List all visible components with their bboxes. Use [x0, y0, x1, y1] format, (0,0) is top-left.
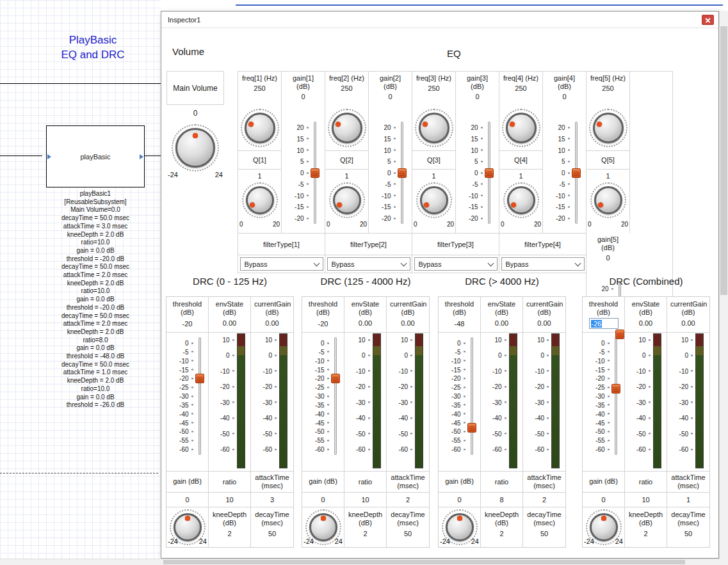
slider-handle[interactable]: [615, 330, 624, 339]
slider-handle[interactable]: [467, 423, 476, 433]
threshold-value-field[interactable]: -48: [455, 319, 465, 328]
ratio-label: ratio: [495, 478, 508, 486]
horizontal-scrollbar[interactable]: [0, 559, 719, 565]
freq-knob[interactable]: [503, 110, 539, 146]
knee-value[interactable]: 2: [363, 530, 367, 538]
gain-value[interactable]: 0: [302, 493, 344, 507]
slider-track[interactable]: [334, 337, 337, 455]
filter-type-select[interactable]: Bypass: [501, 257, 585, 271]
scale-tick: -10: [674, 367, 693, 374]
ratio-value[interactable]: 8: [481, 493, 523, 507]
q-label-cell: Q[4]: [499, 150, 542, 170]
ratio-value[interactable]: 10: [209, 493, 251, 507]
threshold-slider[interactable]: 0-5-10-15-20-25-30-35-40-45-50-55-60: [168, 333, 207, 471]
attack-value[interactable]: 1: [667, 493, 709, 507]
freq-value[interactable]: 250: [515, 84, 526, 92]
threshold-value-field[interactable]: -20: [182, 319, 193, 328]
decay-value[interactable]: 50: [268, 530, 276, 538]
slider-handle[interactable]: [572, 168, 581, 178]
slider-handle[interactable]: [195, 374, 204, 383]
freq-value[interactable]: 250: [254, 84, 265, 92]
ratio-value[interactable]: 10: [625, 493, 667, 507]
playbasic-block[interactable]: playBasic: [46, 125, 145, 187]
inspector-titlebar[interactable]: Inspector1: [161, 12, 718, 28]
q-value[interactable]: 1: [238, 170, 281, 182]
q-knob[interactable]: [330, 184, 364, 217]
scale-tick: 5: [290, 158, 309, 165]
filter-type-dropdown-row: Bypass: [499, 255, 586, 273]
q-knob[interactable]: [417, 184, 451, 217]
threshold-slider[interactable]: 0-5-10-15-20-25-30-35-40-45-50-55-60: [585, 333, 623, 471]
slider-handle[interactable]: [611, 384, 620, 394]
threshold-value-field[interactable]: -20: [318, 319, 328, 328]
decay-value[interactable]: 50: [404, 530, 412, 538]
gain-value[interactable]: 0: [562, 93, 566, 100]
q-knob[interactable]: [592, 184, 625, 217]
slider-handle[interactable]: [398, 168, 407, 178]
scale-tick: 0: [591, 340, 610, 347]
q-knob[interactable]: [505, 184, 538, 217]
main-volume-knob[interactable]: [173, 125, 218, 170]
threshold-value-field[interactable]: -26: [590, 319, 618, 328]
freq-value[interactable]: 250: [428, 84, 439, 92]
scale-tick: -40: [258, 415, 277, 422]
knee-value[interactable]: 2: [227, 530, 231, 538]
freq-knob[interactable]: [242, 110, 278, 146]
attack-value[interactable]: 2: [387, 493, 429, 507]
slider-track[interactable]: [615, 337, 617, 455]
gain-value[interactable]: 0: [439, 493, 481, 507]
slider-handle[interactable]: [331, 374, 340, 383]
freq-knob[interactable]: [590, 110, 626, 146]
knee-value[interactable]: 2: [643, 530, 647, 538]
knob-indicator-dot: [457, 516, 462, 521]
vertical-scrollbar-thumb[interactable]: [720, 26, 727, 295]
gain-slider[interactable]: 20151050-5-10-15-20: [372, 106, 409, 233]
scale-tick: -60: [394, 446, 412, 453]
gain-slider[interactable]: 20151050-5-10-15-20: [459, 106, 496, 233]
threshold-slider[interactable]: 0-5-10-15-20-25-30-35-40-45-50-55-60: [304, 333, 343, 471]
gain-value[interactable]: 0: [301, 93, 305, 100]
vertical-scrollbar[interactable]: [719, 11, 728, 559]
gain-value[interactable]: 0: [583, 493, 625, 507]
gain-header-cell: gain[1] (dB) 0: [282, 72, 325, 106]
slider-handle[interactable]: [311, 168, 320, 178]
gain-value[interactable]: 0: [388, 93, 392, 100]
attack-value[interactable]: 2: [523, 493, 565, 507]
slider-handle[interactable]: [485, 168, 494, 178]
gain-slider[interactable]: 20151050-5-10-15-20: [285, 106, 322, 233]
slider-track[interactable]: [198, 337, 201, 455]
gain-value[interactable]: 0: [606, 254, 610, 262]
gain-slider-cell: 20151050-5-10-15-20: [456, 106, 499, 233]
freq-knob[interactable]: [329, 110, 365, 146]
q-value[interactable]: 1: [586, 170, 629, 182]
filter-type-label: filterType[4]: [499, 233, 586, 255]
main-volume-value[interactable]: 0: [166, 105, 224, 122]
freq-knob[interactable]: [416, 110, 452, 146]
slider-track[interactable]: [471, 337, 473, 455]
filter-type-select[interactable]: Bypass: [240, 257, 323, 271]
threshold-slider[interactable]: 0-5-10-15-20-25-30-35-40-45-50-55-60: [441, 333, 479, 471]
knee-label: kneeDepth (dB): [212, 511, 248, 527]
filter-type-select[interactable]: Bypass: [414, 257, 497, 271]
scale-tick: 10: [551, 147, 570, 154]
gain-value[interactable]: 0: [475, 93, 479, 100]
filter-type-select[interactable]: Bypass: [327, 257, 410, 271]
q-value[interactable]: 1: [412, 170, 455, 182]
q-value[interactable]: 1: [499, 170, 542, 182]
decay-value[interactable]: 50: [540, 530, 548, 538]
gain-slider[interactable]: 20151050-5-10-15-20: [546, 106, 583, 233]
freq-value[interactable]: 250: [341, 84, 352, 92]
attack-value[interactable]: 3: [251, 493, 293, 507]
scale-tick: -15: [591, 366, 610, 373]
knob-max-label: 20: [447, 221, 454, 228]
knee-value[interactable]: 2: [499, 530, 503, 538]
q-knob[interactable]: [243, 184, 277, 217]
ratio-value[interactable]: 10: [344, 493, 387, 507]
freq-value[interactable]: 250: [602, 84, 613, 92]
close-icon[interactable]: [702, 15, 714, 25]
horizontal-scrollbar-thumb[interactable]: [163, 560, 685, 564]
decay-value[interactable]: 50: [684, 530, 692, 538]
freq-knob-cell: [238, 106, 281, 150]
q-value[interactable]: 1: [325, 170, 368, 182]
gain-value[interactable]: 0: [166, 493, 209, 507]
